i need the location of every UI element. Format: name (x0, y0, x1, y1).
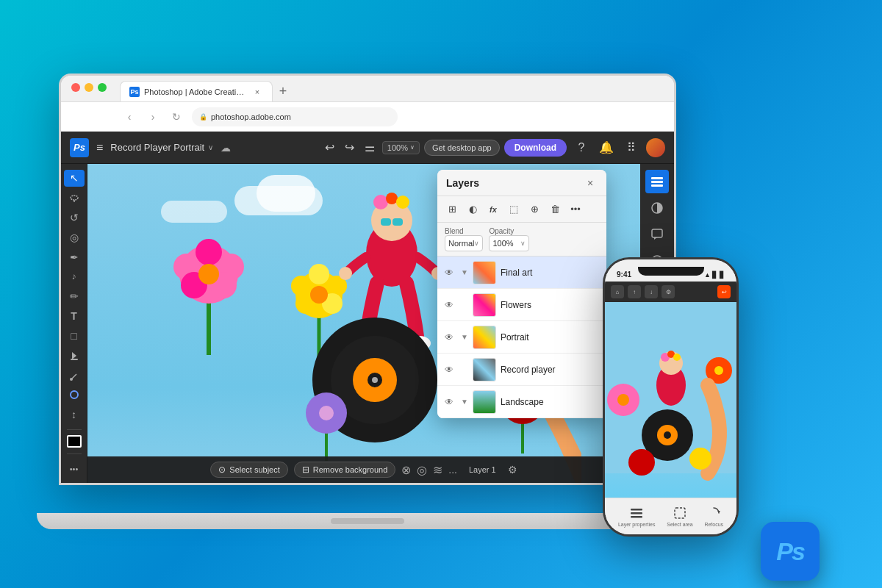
eyedropper-btn[interactable] (64, 367, 85, 384)
phone-select-area[interactable]: Select area (667, 506, 692, 527)
pen-tool-btn[interactable]: ✒ (64, 248, 85, 265)
hamburger-menu[interactable]: ≡ (96, 141, 103, 154)
phone-upload-btn[interactable]: ↑ (628, 285, 641, 298)
layers-more-btn[interactable]: ••• (567, 201, 584, 218)
svg-point-14 (198, 264, 219, 284)
user-avatar[interactable] (646, 138, 665, 157)
layer-item-portrait[interactable]: 👁 ▼ Portrait (437, 321, 606, 354)
lasso-tool-btn[interactable] (64, 190, 85, 207)
layers-close-btn[interactable]: × (583, 176, 598, 190)
adjust-layer-btn[interactable]: ◐ (464, 201, 481, 218)
layer-name-flowers: Flowers (501, 300, 599, 310)
ps-main-toolbar: Ps ≡ Record Player Portrait ∨ ☁ ↩ ↪ ⚌ 10… (61, 132, 674, 164)
ps-bottom-toolbar: ⊙ Select subject ⊟ Remove background ⊗ ◎… (87, 456, 640, 483)
music-note-btn[interactable]: ♪ (64, 268, 85, 285)
svg-rect-56 (651, 181, 663, 183)
svg-point-0 (71, 196, 78, 200)
notifications-btn[interactable]: 🔔 (596, 137, 617, 158)
traffic-light-red[interactable] (71, 83, 80, 92)
blend-opacity-row: Blend Normal ∨ Opacity 100% (437, 223, 606, 257)
svg-rect-57 (651, 184, 663, 187)
text-tool-btn[interactable]: T (64, 308, 85, 325)
remove-bg-btn[interactable]: ⊟ Remove background (294, 462, 396, 478)
more-tools-btn[interactable]: ••• (64, 460, 85, 477)
phone-canvas (605, 302, 736, 498)
opacity-select[interactable]: 100% ∨ (489, 235, 529, 251)
rect-tool-btn[interactable]: □ (64, 328, 85, 345)
phone-refocus[interactable]: Refocus (704, 506, 723, 527)
layers-panel: Layers × ⊞ ◐ fx ⬚ ⊕ 🗑 ••• (437, 170, 606, 418)
forward-btn[interactable]: › (145, 109, 161, 125)
layer-thumb-flowers (473, 293, 496, 317)
undo-btn[interactable]: ↩ (322, 137, 337, 157)
download-btn[interactable]: Download (504, 139, 567, 157)
refresh-btn[interactable]: ↻ (168, 109, 184, 125)
svg-point-41 (339, 267, 352, 280)
mask-btn[interactable]: ⊗ (401, 463, 411, 477)
back-btn[interactable]: ‹ (121, 109, 137, 125)
new-tab-btn[interactable]: + (273, 81, 293, 101)
layer-settings-btn[interactable]: ⚙ (508, 464, 517, 476)
svg-point-47 (372, 377, 378, 383)
tab-close-btn[interactable]: × (251, 86, 263, 98)
adjustments-panel-btn[interactable] (645, 196, 669, 220)
layer-item-landscape[interactable]: 👁 ▼ Landscape (437, 386, 606, 418)
apps-btn[interactable]: ⠿ (621, 137, 642, 158)
browser-tab[interactable]: Ps Photoshop | Adobe Creative C... × (120, 81, 273, 101)
layer-eye-record[interactable]: 👁 (445, 365, 456, 375)
phone-undo-btn[interactable]: ↩ (717, 285, 731, 298)
traffic-light-yellow[interactable] (85, 83, 93, 92)
svg-rect-39 (381, 218, 391, 226)
fill-tool-btn[interactable] (64, 347, 85, 364)
phone-download-icon[interactable]: ↓ (645, 285, 658, 298)
filter-btn[interactable]: ◎ (417, 463, 427, 477)
blend-select[interactable]: Normal ∨ (445, 235, 483, 251)
foreground-color[interactable] (67, 435, 82, 448)
ps-app-logo: Ps (761, 522, 820, 581)
tab-title: Photoshop | Adobe Creative C... (144, 87, 247, 96)
ellipse-tool-btn[interactable] (64, 387, 85, 404)
layer-item-final-art[interactable]: 👁 ▼ Final art (437, 257, 606, 289)
select-subject-btn[interactable]: ⊙ Select subject (210, 462, 287, 478)
shape-tool-btn[interactable]: ◎ (64, 229, 85, 245)
layer-eye[interactable]: 👁 (445, 268, 456, 278)
redo-btn[interactable]: ↪ (342, 137, 357, 157)
address-bar[interactable]: 🔒 photoshop.adobe.com (192, 107, 398, 126)
layer-eye-portrait[interactable]: 👁 (445, 332, 456, 343)
layer-eye-landscape[interactable]: 👁 (445, 397, 456, 407)
phone-select-icon (673, 506, 687, 520)
phone-toolbar: ⌂ ↑ ↓ ⚙ ↩ (605, 282, 736, 302)
help-btn[interactable]: ? (571, 137, 592, 158)
move-tool-btn[interactable]: ↕ (64, 406, 85, 423)
bottom-more-btn[interactable]: ... (448, 464, 457, 476)
columns-btn[interactable]: ⚌ (362, 137, 378, 157)
layer-name-record: Record player (501, 365, 599, 375)
layers-panel-btn[interactable] (645, 170, 669, 193)
comments-panel-btn[interactable] (645, 223, 669, 246)
svg-marker-2 (72, 352, 76, 359)
phone-settings-btn[interactable]: ⚙ (662, 285, 675, 298)
traffic-light-green[interactable] (98, 83, 107, 92)
fx-btn[interactable]: fx (484, 201, 502, 218)
svg-point-38 (396, 196, 409, 209)
layer-item-record[interactable]: 👁 ▼ Record player (437, 354, 606, 386)
wave-btn[interactable]: ≋ (433, 463, 442, 477)
select-tool-btn[interactable]: ↖ (64, 170, 85, 187)
zoom-control[interactable]: 100% ∨ (382, 141, 420, 154)
layer-thumb-final-art (473, 261, 496, 284)
desktop-app-btn[interactable]: Get desktop app (424, 140, 500, 156)
pencil-tool-btn[interactable]: ✏ (64, 288, 85, 305)
group-layer-btn[interactable]: ⊕ (526, 201, 543, 218)
add-layer-btn[interactable]: ⊞ (443, 201, 461, 218)
phone-bottom-bar: Layer properties Select area (605, 498, 736, 534)
delete-layer-btn[interactable]: 🗑 (546, 201, 564, 218)
layers-actions: ⊞ ◐ fx ⬚ ⊕ 🗑 ••• (437, 196, 606, 223)
rotate-tool-btn[interactable]: ↺ (64, 209, 85, 226)
layer-item-flowers[interactable]: 👁 ▼ Flowers (437, 289, 606, 321)
layer-eye-flowers[interactable]: 👁 (445, 300, 456, 310)
ps-editor: ↖ ↺ ◎ ✒ ♪ ✏ T □ (61, 164, 674, 483)
mask-layer-btn[interactable]: ⬚ (505, 201, 523, 218)
phone-home-btn[interactable]: ⌂ (611, 285, 624, 298)
phone-layers-properties[interactable]: Layer properties (618, 506, 656, 527)
doc-title[interactable]: Record Player Portrait ∨ (110, 142, 213, 153)
